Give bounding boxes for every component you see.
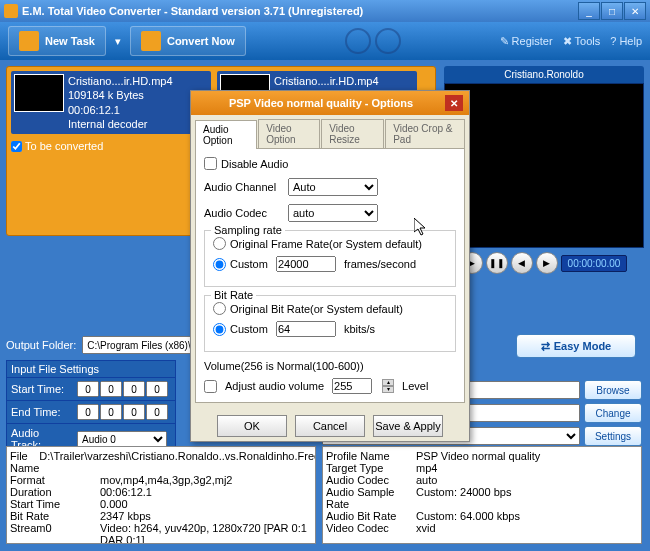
tab-video-resize[interactable]: Video Resize	[321, 119, 384, 148]
bitrate-group: Bit Rate Original Bit Rate(or System def…	[204, 295, 456, 352]
start-m-input[interactable]	[100, 381, 122, 397]
sampling-rate-group: Sampling rate Original Frame Rate(or Sys…	[204, 230, 456, 287]
orig-bitrate-label: Original Bit Rate(or System default)	[230, 303, 403, 315]
start-ms-input[interactable]	[146, 381, 168, 397]
swap-icon: ⇄	[541, 340, 550, 353]
start-h-input[interactable]	[77, 381, 99, 397]
samplerate-input[interactable]	[276, 256, 336, 272]
adjust-volume-checkbox[interactable]	[204, 380, 217, 393]
start-time-label: Start Time:	[11, 383, 71, 395]
tools-icon: ✖	[563, 35, 572, 48]
help-icon: ?	[610, 35, 616, 47]
bitrate-input[interactable]	[276, 321, 336, 337]
dialog-body: Disable Audio Audio Channel Auto Audio C…	[195, 148, 465, 403]
volume-input[interactable]	[332, 378, 372, 394]
start-s-input[interactable]	[123, 381, 145, 397]
dialog-close-button[interactable]: ✕	[445, 95, 463, 111]
audio-codec-select[interactable]: auto	[288, 204, 378, 222]
preview-controls: ▶ ❚❚ ◀ ▶ 00:00:00.00	[444, 248, 644, 278]
preview-time: 00:00:00.00	[561, 255, 628, 272]
easy-mode-label: Easy Mode	[554, 340, 611, 352]
help-link[interactable]: ?Help	[610, 35, 642, 48]
convert-now-icon	[141, 31, 161, 51]
app-icon	[4, 4, 18, 18]
toolbar: New Task ▾ Convert Now ✎Register ✖Tools …	[0, 22, 650, 60]
custom-bitrate-radio[interactable]	[213, 323, 226, 336]
svg-point-1	[376, 29, 400, 53]
end-s-input[interactable]	[123, 404, 145, 420]
easy-mode-button[interactable]: ⇄ Easy Mode	[516, 334, 636, 358]
custom-samplerate-radio[interactable]	[213, 258, 226, 271]
new-task-label: New Task	[45, 35, 95, 47]
end-h-input[interactable]	[77, 404, 99, 420]
minimize-button[interactable]: _	[578, 2, 600, 20]
tab-video-option[interactable]: Video Option	[258, 119, 320, 148]
preview-panel: Cristiano.Ronoldo ▶ ❚❚ ◀ ▶ 00:00:00.00	[444, 66, 644, 278]
options-dialog: PSP Video normal quality - Options ✕ Aud…	[190, 90, 470, 442]
disable-audio-checkbox[interactable]	[204, 157, 217, 170]
info-left-panel: File NameD:\Trailer\varzeshi\Cristiano.R…	[6, 446, 316, 544]
queue-thumb	[14, 74, 64, 112]
tools-link[interactable]: ✖Tools	[563, 35, 601, 48]
new-task-icon	[19, 31, 39, 51]
queue-item[interactable]: Cristiano....ir.HD.mp4 109184 k Bytes 00…	[11, 71, 211, 134]
dialog-buttons: OK Cancel Save & Apply	[191, 407, 469, 441]
dialog-title: PSP Video normal quality - Options	[197, 97, 445, 109]
disable-audio-label: Disable Audio	[221, 158, 288, 170]
end-time-row: End Time:	[6, 401, 176, 424]
end-ms-input[interactable]	[146, 404, 168, 420]
tobe-checkbox[interactable]	[11, 141, 22, 152]
register-icon: ✎	[500, 35, 509, 48]
settings-button[interactable]: Settings	[584, 426, 642, 446]
preview-video[interactable]	[444, 83, 644, 248]
prev-button[interactable]: ◀	[511, 252, 533, 274]
output-path-input[interactable]	[82, 336, 202, 354]
save-apply-button[interactable]: Save & Apply	[373, 415, 443, 437]
new-task-button[interactable]: New Task	[8, 26, 106, 56]
main-area: Cristiano....ir.HD.mp4 109184 k Bytes 00…	[0, 60, 650, 551]
window-title: E.M. Total Video Converter - Standard ve…	[22, 5, 578, 17]
ifs-title: Input File Settings	[6, 360, 176, 378]
volume-spinner[interactable]: ▴▾	[382, 379, 394, 393]
output-folder-row: Output Folder:	[6, 336, 202, 354]
sampling-title: Sampling rate	[211, 224, 285, 236]
window-buttons: _ □ ✕	[578, 2, 646, 20]
custom-label-2: Custom	[230, 323, 268, 335]
volume-text: Volume(256 is Normal(100-600))	[204, 360, 456, 372]
dialog-tabs: Audio Option Video Option Video Resize V…	[191, 115, 469, 148]
end-m-input[interactable]	[100, 404, 122, 420]
film-reel-icon	[343, 26, 403, 56]
audio-track-select[interactable]: Audio 0	[77, 431, 167, 447]
tab-video-crop[interactable]: Video Crop & Pad	[385, 119, 465, 148]
bitrate-unit: kbits/s	[344, 323, 375, 335]
audio-channel-select[interactable]: Auto	[288, 178, 378, 196]
svg-point-0	[346, 29, 370, 53]
tobe-label: To be converted	[25, 140, 103, 152]
new-task-dropdown[interactable]: ▾	[112, 31, 124, 51]
audio-channel-label: Audio Channel	[204, 181, 282, 193]
output-label: Output Folder:	[6, 339, 76, 351]
samplerate-unit: frames/second	[344, 258, 416, 270]
convert-now-button[interactable]: Convert Now	[130, 26, 246, 56]
tab-audio-option[interactable]: Audio Option	[195, 120, 257, 149]
pause-button[interactable]: ❚❚	[486, 252, 508, 274]
bitrate-title: Bit Rate	[211, 289, 256, 301]
next-button[interactable]: ▶	[536, 252, 558, 274]
preview-title: Cristiano.Ronoldo	[444, 66, 644, 83]
titlebar: E.M. Total Video Converter - Standard ve…	[0, 0, 650, 22]
register-link[interactable]: ✎Register	[500, 35, 553, 48]
dialog-titlebar[interactable]: PSP Video normal quality - Options ✕	[191, 91, 469, 115]
orig-bitrate-radio[interactable]	[213, 302, 226, 315]
ok-button[interactable]: OK	[217, 415, 287, 437]
input-file-settings: Input File Settings Start Time: End Time…	[6, 360, 176, 455]
right-tools: ✎Register ✖Tools ?Help	[500, 35, 642, 48]
browse-button[interactable]: Browse	[584, 380, 642, 400]
audio-codec-label: Audio Codec	[204, 207, 282, 219]
end-time-label: End Time:	[11, 406, 71, 418]
queue-meta: Cristiano....ir.HD.mp4 109184 k Bytes 00…	[68, 74, 173, 131]
maximize-button[interactable]: □	[601, 2, 623, 20]
close-button[interactable]: ✕	[624, 2, 646, 20]
orig-framerate-radio[interactable]	[213, 237, 226, 250]
change-button[interactable]: Change	[584, 403, 642, 423]
cancel-button[interactable]: Cancel	[295, 415, 365, 437]
